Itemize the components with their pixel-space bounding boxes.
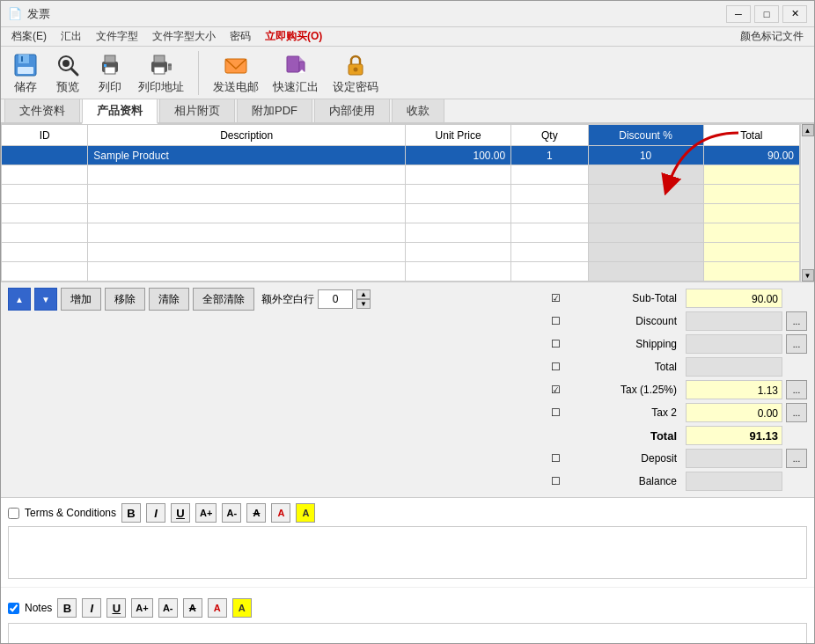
table-row[interactable]: 10	[588, 146, 703, 165]
menu-font-size[interactable]: 文件字型大小	[145, 27, 223, 46]
table-row[interactable]	[405, 185, 510, 204]
table-row[interactable]	[703, 185, 799, 204]
notes-underline-button[interactable]: U	[106, 598, 126, 618]
table-row[interactable]	[703, 262, 799, 282]
minimize-button[interactable]: ─	[726, 5, 751, 23]
tab-product-info[interactable]: 产品资料	[82, 99, 158, 124]
print-button[interactable]: 列印	[92, 49, 128, 97]
table-row[interactable]	[588, 165, 703, 185]
set-password-button[interactable]: 设定密码	[329, 49, 382, 97]
table-row[interactable]	[405, 165, 510, 185]
subtotal-checkbox[interactable]: ☑	[551, 292, 561, 304]
clear-all-button[interactable]: 全部清除	[193, 288, 254, 311]
table-row[interactable]	[703, 165, 799, 185]
deposit-dots-button[interactable]: ...	[786, 449, 807, 468]
tab-internal[interactable]: 内部使用	[314, 99, 390, 122]
notes-strikethrough-button[interactable]: A	[183, 598, 202, 618]
remove-button[interactable]: 移除	[105, 288, 145, 311]
terms-underline-button[interactable]: U	[171, 503, 190, 523]
notes-font-increase-button[interactable]: A+	[131, 598, 152, 618]
tax1-dots-button[interactable]: ...	[786, 380, 807, 399]
table-row[interactable]	[405, 262, 510, 282]
table-row[interactable]	[511, 204, 588, 223]
spin-down-button[interactable]: ▼	[356, 299, 371, 309]
table-row[interactable]	[88, 243, 406, 262]
table-row[interactable]	[703, 243, 799, 262]
table-row[interactable]: 90.00	[703, 146, 799, 165]
table-row[interactable]	[88, 223, 406, 243]
table-row[interactable]	[405, 223, 510, 243]
maximize-button[interactable]: □	[754, 5, 779, 23]
shipping-checkbox[interactable]: ☐	[551, 338, 561, 350]
terms-bold-button[interactable]: B	[121, 503, 141, 523]
table-row[interactable]	[511, 165, 588, 185]
menu-export[interactable]: 汇出	[54, 27, 89, 46]
menu-password[interactable]: 密码	[223, 27, 258, 46]
deposit-checkbox[interactable]: ☐	[551, 452, 561, 465]
spin-up-button[interactable]: ▲	[356, 289, 371, 299]
table-row[interactable]	[88, 185, 406, 204]
tax2-checkbox[interactable]: ☐	[551, 406, 561, 419]
tax1-checkbox[interactable]: ☑	[551, 384, 561, 396]
table-row[interactable]: 100.00	[405, 146, 510, 165]
print-address-button[interactable]: 列印地址	[135, 49, 187, 97]
table-row[interactable]	[511, 243, 588, 262]
shipping-dots-button[interactable]: ...	[786, 334, 807, 354]
table-row[interactable]	[588, 204, 703, 223]
quick-export-button[interactable]: 快速汇出	[269, 49, 322, 97]
table-row[interactable]	[2, 204, 88, 223]
table-row[interactable]	[588, 185, 703, 204]
table-row[interactable]: Sample Product	[88, 146, 406, 165]
notes-font-color-button[interactable]: A	[208, 598, 227, 618]
move-up-button[interactable]: ▲	[8, 288, 31, 311]
balance-checkbox[interactable]: ☐	[551, 475, 561, 487]
table-row[interactable]	[2, 262, 88, 282]
terms-font-decrease-button[interactable]: A-	[222, 503, 241, 523]
discount-dots-button[interactable]: ...	[786, 311, 807, 331]
table-row[interactable]	[88, 204, 406, 223]
terms-checkbox[interactable]	[8, 508, 19, 519]
preview-button[interactable]: 预览	[50, 49, 85, 97]
tab-pdf[interactable]: 附加PDF	[237, 99, 312, 122]
menu-file[interactable]: 档案(E)	[4, 27, 54, 46]
notes-font-decrease-button[interactable]: A-	[158, 598, 178, 618]
table-row[interactable]	[2, 243, 88, 262]
table-row[interactable]	[588, 243, 703, 262]
table-row[interactable]	[405, 243, 510, 262]
table-row[interactable]	[511, 185, 588, 204]
discount-checkbox[interactable]: ☐	[551, 315, 561, 327]
table-row[interactable]	[88, 165, 406, 185]
table-row[interactable]	[511, 262, 588, 282]
notes-italic-button[interactable]: I	[82, 598, 101, 618]
table-row[interactable]	[2, 165, 88, 185]
terms-italic-button[interactable]: I	[146, 503, 165, 523]
move-down-button[interactable]: ▼	[34, 288, 57, 311]
notes-bold-button[interactable]: B	[57, 598, 77, 618]
terms-highlight-button[interactable]: A	[296, 503, 315, 523]
tab-photo[interactable]: 相片附页	[159, 99, 235, 122]
terms-strikethrough-button[interactable]: A	[246, 503, 266, 523]
notes-checkbox[interactable]	[8, 603, 19, 614]
notes-textarea[interactable]	[8, 623, 807, 644]
menu-font[interactable]: 文件字型	[89, 27, 145, 46]
table-row[interactable]	[2, 223, 88, 243]
tab-file-info[interactable]: 文件资料	[4, 99, 80, 122]
table-row[interactable]: 1	[511, 146, 588, 165]
tab-payment[interactable]: 收款	[392, 99, 444, 122]
tax2-dots-button[interactable]: ...	[786, 403, 807, 422]
add-button[interactable]: 增加	[61, 288, 101, 311]
extra-rows-input[interactable]	[318, 289, 353, 309]
table-row[interactable]	[703, 204, 799, 223]
menu-buy[interactable]: 立即购买(O)	[258, 27, 329, 46]
email-button[interactable]: 发送电邮	[209, 49, 262, 97]
table-row[interactable]	[588, 223, 703, 243]
table-row[interactable]	[405, 204, 510, 223]
terms-textarea[interactable]	[8, 526, 807, 579]
table-row[interactable]	[588, 262, 703, 282]
table-row[interactable]	[2, 185, 88, 204]
table-row[interactable]	[703, 223, 799, 243]
save-button[interactable]: 储存	[8, 49, 43, 97]
scroll-down-button[interactable]: ▼	[802, 269, 814, 282]
scroll-up-button[interactable]: ▲	[802, 124, 814, 136]
table-row[interactable]	[88, 262, 406, 282]
